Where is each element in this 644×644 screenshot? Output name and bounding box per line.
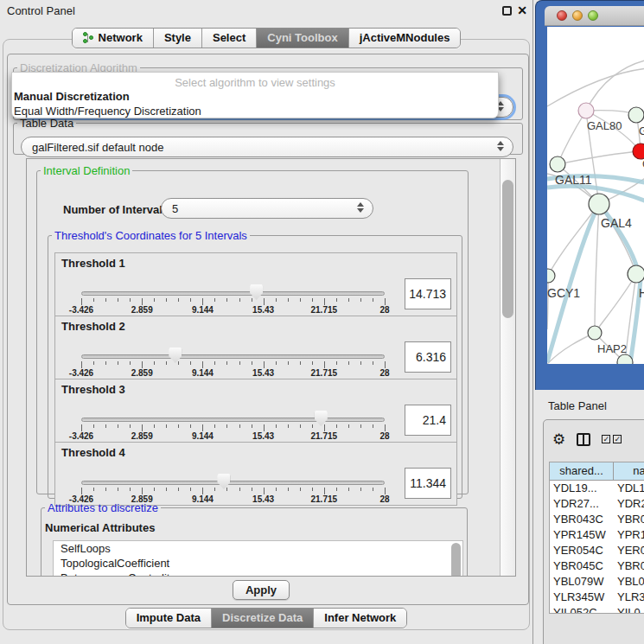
table-cell: YDR2 bbox=[614, 496, 644, 512]
algorithm-popup-hint: Select algorithm to view settings bbox=[12, 73, 498, 89]
tab-network[interactable]: Network bbox=[73, 29, 154, 48]
table-cell: YBR043C bbox=[550, 512, 614, 527]
select-columns-icons[interactable]: ✓✓ bbox=[602, 435, 622, 443]
network-node-label: GAL11 bbox=[555, 173, 592, 187]
network-node-gcy1[interactable] bbox=[547, 269, 555, 283]
tab-discretize-data[interactable]: Discretize Data bbox=[212, 609, 314, 628]
close-icon[interactable]: ✕ bbox=[517, 3, 527, 17]
tab-impute-data[interactable]: Impute Data bbox=[126, 609, 212, 628]
minimize-traffic-light-icon[interactable] bbox=[572, 10, 583, 21]
control-panel-titlebar: Control Panel ✕ bbox=[0, 0, 532, 22]
table-row[interactable]: YDR27...YDR2 bbox=[550, 496, 644, 512]
threshold-value-field[interactable]: 14.713 bbox=[405, 278, 451, 309]
network-node-label: HAP2 bbox=[597, 342, 627, 355]
apply-button[interactable]: Apply bbox=[233, 580, 290, 600]
table-panel-toolbar: ⚙ ✓✓ bbox=[552, 430, 622, 448]
network-edge[interactable] bbox=[548, 204, 599, 276]
scrollbar-thumb[interactable] bbox=[502, 180, 513, 318]
number-of-intervals-value: 5 bbox=[172, 202, 178, 215]
network-node-gal11[interactable] bbox=[550, 156, 565, 172]
table-row[interactable]: YLR345WYLR3 bbox=[550, 590, 644, 605]
zoom-traffic-light-icon[interactable] bbox=[588, 10, 598, 21]
tab-label: Impute Data bbox=[137, 611, 201, 624]
checkbox-icon: ✓ bbox=[602, 435, 610, 443]
network-edge[interactable] bbox=[586, 60, 644, 111]
table-row[interactable]: YBL079WYBL0 bbox=[550, 574, 644, 590]
table-cell: YER054C bbox=[550, 543, 614, 558]
network-edge[interactable] bbox=[558, 111, 586, 164]
table-cell: YIL0 bbox=[614, 605, 644, 614]
network-edge[interactable] bbox=[547, 68, 644, 106]
network-edge[interactable] bbox=[547, 276, 548, 329]
network-edge[interactable] bbox=[595, 204, 599, 333]
numerical-attributes-list[interactable]: SelfLoopsTopologicalCoefficientBetweenne… bbox=[53, 540, 463, 577]
table-row[interactable]: YIL052CYIL0 bbox=[550, 605, 644, 614]
tab-style[interactable]: Style bbox=[154, 29, 202, 48]
tab-label: Select bbox=[213, 31, 245, 44]
network-window: GAL80GACGAL11GAL4GCY1HHAP2 bbox=[535, 0, 644, 390]
tab-jactivemnodules[interactable]: jActiveMNodules bbox=[349, 29, 461, 48]
tab-cyni-toolbox[interactable]: Cyni Toolbox bbox=[257, 29, 348, 48]
algorithm-option[interactable]: Equal Width/Frequency Discretization bbox=[12, 104, 498, 118]
table-row[interactable]: YBR045CYBR0 bbox=[550, 558, 644, 574]
network-icon bbox=[83, 32, 94, 44]
network-node-ga[interactable] bbox=[628, 107, 644, 123]
number-of-intervals-spinner[interactable]: 5 bbox=[161, 198, 373, 219]
table-row[interactable]: YER054CYER0 bbox=[550, 543, 644, 558]
table-row[interactable]: YDL19...YDL1 bbox=[550, 481, 644, 496]
table-cell: YIL052C bbox=[550, 605, 614, 614]
number-of-intervals-label: Number of Intervals bbox=[63, 203, 169, 216]
table-cell: YBR045C bbox=[550, 558, 614, 574]
attribute-list-item[interactable]: TopologicalCoefficient bbox=[54, 556, 462, 571]
column-header-shared-name[interactable]: shared... bbox=[550, 462, 614, 480]
table-data-combobox[interactable]: galFiltered.sif default node bbox=[21, 137, 513, 157]
slider-track[interactable] bbox=[81, 354, 385, 359]
table-data-value: galFiltered.sif default node bbox=[32, 141, 163, 154]
network-node-gal80[interactable] bbox=[578, 103, 594, 118]
network-canvas[interactable]: GAL80GACGAL11GAL4GCY1HHAP2 bbox=[547, 27, 644, 364]
attribute-list-item[interactable]: BetweennessCentrality bbox=[54, 571, 462, 577]
gear-icon[interactable]: ⚙ bbox=[552, 432, 565, 447]
slider-track[interactable] bbox=[81, 291, 385, 296]
network-node-hap2[interactable] bbox=[588, 326, 602, 340]
tab-label: Style bbox=[164, 31, 191, 44]
settings-scrollpane: Interval Definition Number of Intervals … bbox=[26, 158, 516, 577]
close-traffic-light-icon[interactable] bbox=[557, 10, 567, 21]
network-node-label: GAL4 bbox=[601, 216, 632, 230]
table-cell: YLR3 bbox=[614, 590, 644, 605]
threshold-value-field[interactable]: 11.344 bbox=[405, 468, 451, 499]
slider-track[interactable] bbox=[81, 481, 385, 485]
table-cell: YBR0 bbox=[614, 558, 644, 574]
columns-icon[interactable] bbox=[577, 433, 590, 446]
scrollbar-track[interactable] bbox=[500, 159, 515, 576]
algorithm-option[interactable]: Manual Discretization bbox=[12, 89, 498, 104]
network-node-h[interactable] bbox=[628, 265, 644, 283]
thresholds-group: Threshold's Coordinates for 5 Intervals … bbox=[48, 229, 462, 499]
network-graph: GAL80GACGAL11GAL4GCY1HHAP2 bbox=[547, 27, 644, 364]
threshold-value-field[interactable]: 6.316 bbox=[405, 341, 451, 373]
slider-tick-labels: -3.4262.8599.14415.4321.71528 bbox=[81, 368, 385, 378]
table-row[interactable]: YBR043CYBR0 bbox=[550, 512, 644, 527]
network-node-label: GA bbox=[639, 124, 644, 137]
slider-track[interactable] bbox=[81, 418, 385, 422]
node-table[interactable]: shared... na YDL19...YDL1YDR27...YDR2YBR… bbox=[549, 462, 644, 614]
tab-label: Discretize Data bbox=[222, 611, 303, 624]
threshold-value-field[interactable]: 21.4 bbox=[405, 405, 451, 436]
threshold-panel: Threshold 4-3.4262.8599.14415.4321.71528… bbox=[54, 442, 457, 506]
list-scrollbar[interactable] bbox=[451, 543, 461, 577]
table-panel-title: Table Panel bbox=[548, 399, 607, 412]
slider-tick-labels: -3.4262.8599.14415.4321.71528 bbox=[81, 431, 385, 441]
tab-infer-network[interactable]: Infer Network bbox=[314, 609, 406, 628]
table-cell: YBR0 bbox=[614, 512, 644, 527]
network-edge[interactable] bbox=[558, 151, 641, 164]
network-node-gal4[interactable] bbox=[589, 194, 609, 214]
float-window-icon[interactable] bbox=[502, 6, 512, 16]
table-cell: YBL0 bbox=[614, 574, 644, 590]
column-header-name[interactable]: na bbox=[614, 462, 644, 480]
attribute-list-item[interactable]: SelfLoops bbox=[54, 541, 462, 556]
tab-select[interactable]: Select bbox=[202, 29, 257, 48]
network-node-label: GAL80 bbox=[587, 119, 622, 132]
table-row[interactable]: YPR145WYPR1 bbox=[550, 527, 644, 543]
table-cell: YER0 bbox=[614, 543, 644, 558]
table-rows: YDL19...YDL1YDR27...YDR2YBR043CYBR0YPR14… bbox=[550, 481, 644, 614]
